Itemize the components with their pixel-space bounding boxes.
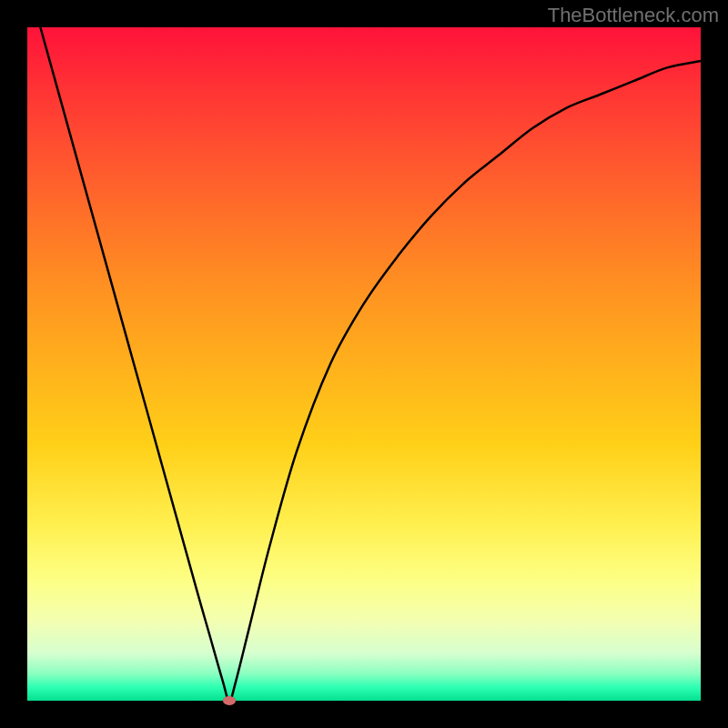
watermark-text: TheBottleneck.com	[548, 4, 719, 27]
curve-path	[27, 27, 701, 701]
optimal-marker	[223, 696, 236, 705]
chart-frame: TheBottleneck.com	[0, 0, 728, 728]
bottleneck-curve	[27, 27, 701, 701]
plot-area	[27, 27, 701, 701]
